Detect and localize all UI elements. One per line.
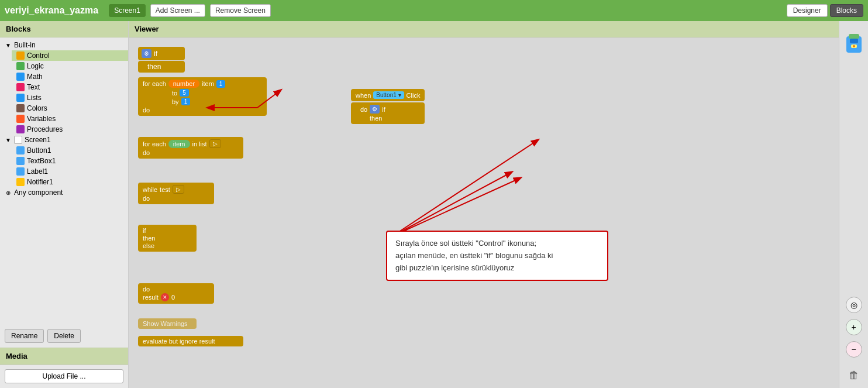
button1-click-event[interactable]: when Button1 ▾ Click do ⚙ if then (351, 89, 425, 124)
screen1-root[interactable]: ▼ Screen1 (0, 135, 128, 145)
do-result-block[interactable]: do result ✕ 0 (138, 283, 214, 304)
notifier1-icon (16, 178, 25, 186)
if-then-else-block[interactable]: if then else (138, 225, 197, 252)
textbox1-label: TextBox1 (27, 157, 56, 165)
main-layout: Blocks ▼ Built-in Control Logic Math (0, 21, 868, 388)
right-panel: ◎ + − 🗑 (839, 21, 868, 388)
app-title: veriyi_ekrana_yazma (5, 5, 98, 16)
trash-icon[interactable]: 🗑 (846, 367, 862, 383)
svg-line-3 (392, 140, 538, 236)
blocks-button[interactable]: Blocks (830, 4, 863, 17)
blocks-canvas: ⚙ if then for each number item 1 (129, 37, 839, 388)
text-icon (16, 83, 25, 91)
screen1-icon (14, 136, 22, 144)
control-label: Control (27, 51, 50, 60)
blocks-header: Blocks (0, 21, 128, 37)
builtin-children: Control Logic Math Text Lists (0, 50, 128, 135)
logic-label: Logic (27, 62, 44, 70)
for-each-number-block[interactable]: for each number item 1 to 5 by 1 (138, 77, 267, 116)
sidebar-item-text[interactable]: Text (12, 82, 128, 92)
procedures-icon (16, 125, 25, 133)
designer-button[interactable]: Designer (787, 4, 828, 17)
viewer-content[interactable]: ⚙ if then for each number item 1 (129, 37, 839, 388)
builtin-root[interactable]: ▼ Built-in (0, 40, 128, 50)
sidebar-item-lists[interactable]: Lists (12, 92, 128, 103)
sidebar-item-button1[interactable]: Button1 (12, 145, 128, 156)
sidebar-item-label1[interactable]: Label1 (12, 166, 128, 177)
zoom-in-icon[interactable]: + (846, 319, 862, 335)
screen1-children: Button1 TextBox1 Label1 Notifier1 (0, 145, 128, 187)
sidebar-item-notifier1[interactable]: Notifier1 (12, 177, 128, 187)
sidebar-item-procedures[interactable]: Procedures (12, 124, 128, 135)
svg-rect-7 (850, 39, 858, 43)
while-test-block[interactable]: while test ▷ do (138, 183, 214, 204)
remove-screen-button[interactable]: Remove Screen (210, 4, 271, 17)
viewer: Viewer ⚙ if then (129, 21, 839, 388)
screen1-label: Screen1 (25, 136, 51, 144)
lists-label: Lists (27, 94, 42, 102)
evaluate-ignore-block[interactable]: evaluate but ignore result (138, 336, 243, 346)
sidebar: Blocks ▼ Built-in Control Logic Math (0, 21, 129, 388)
any-component-label: Any component (14, 188, 63, 197)
builtin-toggle: ▼ (5, 42, 12, 49)
procedures-label: Procedures (27, 125, 63, 133)
button1-label: Button1 (27, 146, 51, 154)
sidebar-actions: Rename Delete (0, 324, 128, 348)
variables-icon (16, 115, 25, 123)
show-warnings-block[interactable]: Show Warnings (138, 318, 197, 329)
sidebar-item-textbox1[interactable]: TextBox1 (12, 156, 128, 166)
upload-file-button[interactable]: Upload File ... (5, 369, 123, 383)
any-component-item[interactable]: ⊕ Any component (0, 187, 128, 198)
colors-icon (16, 104, 25, 112)
variables-label: Variables (27, 115, 56, 123)
text-label: Text (27, 83, 40, 91)
builtin-label: Built-in (14, 41, 36, 49)
math-icon (16, 73, 25, 81)
delete-button[interactable]: Delete (47, 329, 81, 343)
button1-icon (16, 146, 25, 154)
control-icon (16, 51, 25, 60)
screen1-button[interactable]: Screen1 (109, 4, 146, 17)
media-header: Media (0, 348, 128, 365)
any-toggle: ⊕ (5, 190, 12, 196)
rename-button[interactable]: Rename (5, 329, 44, 343)
topbar: veriyi_ekrana_yazma Screen1 Add Screen .… (0, 0, 868, 21)
svg-line-4 (392, 172, 512, 236)
backpack-icon (843, 30, 865, 58)
lists-icon (16, 94, 25, 102)
textbox1-icon (16, 157, 25, 165)
sidebar-item-logic[interactable]: Logic (12, 61, 128, 71)
sidebar-item-colors[interactable]: Colors (12, 103, 128, 114)
label1-icon (16, 167, 25, 176)
zoom-out-icon[interactable]: − (846, 341, 862, 358)
target-icon[interactable]: ◎ (846, 297, 862, 313)
viewer-header: Viewer (129, 21, 839, 37)
top-right-buttons: Designer Blocks (787, 4, 863, 17)
math-label: Math (27, 73, 43, 81)
svg-point-10 (853, 45, 855, 47)
svg-rect-8 (849, 34, 859, 39)
add-screen-button[interactable]: Add Screen ... (150, 4, 205, 17)
sidebar-item-control[interactable]: Control (12, 50, 128, 61)
svg-line-5 (392, 178, 521, 236)
notifier1-label: Notifier1 (27, 178, 53, 186)
screen1-toggle: ▼ (5, 137, 12, 143)
label1-label: Label1 (27, 167, 48, 176)
annotation-box: Sırayla önce sol üstteki "Control" ikonu… (386, 231, 608, 281)
for-each-list-block[interactable]: for each item in list ▷ do (138, 137, 243, 159)
annotation-text: Sırayla önce sol üstteki "Control" ikonu… (395, 239, 553, 272)
sidebar-item-math[interactable]: Math (12, 71, 128, 82)
logic-icon (16, 62, 25, 70)
builtin-section: ▼ Built-in Control Logic Math (0, 37, 128, 200)
colors-label: Colors (27, 104, 47, 112)
sidebar-item-variables[interactable]: Variables (12, 114, 128, 124)
if-then-block[interactable]: ⚙ if then (138, 47, 185, 73)
